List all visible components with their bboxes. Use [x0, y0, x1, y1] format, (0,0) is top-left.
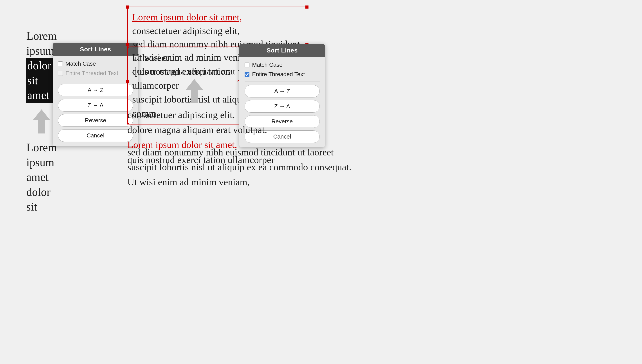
handle-ml[interactable] — [126, 43, 129, 46]
canvas: Lorem ipsum dolor sit amet Lorem ipsum a… — [0, 0, 642, 364]
az-button-right[interactable]: A → Z — [244, 85, 320, 98]
match-case-row-right[interactable]: Match Case — [244, 62, 320, 68]
after-line-1: Lorem — [26, 141, 57, 154]
entire-threaded-row-right[interactable]: Entire Threaded Text — [244, 71, 320, 78]
match-case-row-left[interactable]: Match Case — [58, 60, 133, 67]
reverse-button-left[interactable]: Reverse — [58, 114, 133, 127]
dialog-left-title: Sort Lines — [53, 43, 138, 56]
match-case-checkbox-right[interactable] — [244, 62, 250, 68]
dialog-left-body: Match Case Entire Threaded Text A → Z Z … — [53, 56, 138, 146]
dialog-right-divider — [244, 81, 320, 82]
svg-marker-0 — [33, 109, 50, 134]
after-line-3: amet — [26, 171, 48, 183]
dialog-right-title: Sort Lines — [239, 44, 325, 57]
left-arrow-down — [26, 109, 57, 134]
after-line-2: ipsum — [26, 156, 54, 168]
top-line-1-red: Lorem ipsum dolor sit amet, — [132, 12, 242, 22]
after-line-5: sit — [26, 200, 37, 213]
bottom-right-section2: sed diam nonummy nibh euismod tincidunt … — [127, 145, 351, 190]
after-text-block: Lorem ipsum amet dolor sit — [26, 140, 57, 214]
handle-tr[interactable] — [306, 6, 308, 8]
before-line-2: ipsum — [26, 44, 54, 57]
right-arrow-down — [186, 79, 203, 104]
cancel-button-left[interactable]: Cancel — [58, 129, 133, 142]
top-line-2: consectetuer adipiscing elit, — [132, 26, 240, 36]
svg-marker-2 — [186, 79, 203, 103]
before-text-block: Lorem ipsum dolor sit amet — [26, 28, 57, 103]
after-line-4: dolor — [26, 186, 50, 198]
entire-threaded-row-left: Entire Threaded Text — [58, 70, 133, 76]
after-right-line-2: dolore magna aliquam erat volutpat. — [127, 124, 267, 135]
before-line-4-highlight: sit — [26, 73, 57, 88]
sort-lines-dialog-left: Sort Lines Match Case Entire Threaded Te… — [53, 43, 138, 146]
section2-line-1: sed diam nonummy nibh euismod tincidunt … — [127, 147, 334, 158]
entire-threaded-checkbox-right[interactable] — [244, 72, 250, 77]
entire-threaded-checkbox-left — [58, 71, 63, 76]
second-line-2: quis nostrud exerci tation ullamcorper — [132, 66, 230, 91]
second-line-1: Ut wisi enim ad minim veniam, — [132, 52, 254, 63]
match-case-checkbox-left[interactable] — [58, 62, 63, 66]
az-button-left[interactable]: A → Z — [58, 84, 133, 96]
match-case-label-left: Match Case — [66, 60, 96, 67]
handle2-tl[interactable] — [127, 46, 129, 48]
before-line-3-highlight: dolor — [26, 58, 57, 73]
match-case-label-right: Match Case — [252, 62, 282, 68]
za-button-left[interactable]: Z → A — [58, 99, 133, 112]
handle-tl[interactable] — [126, 6, 129, 8]
section2-line-3: Ut wisi enim ad minim veniam, — [127, 177, 250, 188]
left-before-panel: Lorem ipsum dolor sit amet Lorem ipsum a… — [26, 28, 57, 214]
entire-threaded-label-left: Entire Threaded Text — [66, 70, 118, 76]
section2-line-2: suscipit lobortis nisl ut aliquip ex ea … — [127, 162, 351, 172]
before-line-5-highlight: amet — [26, 88, 57, 103]
after-right-line-1: consectetuer adipiscing elit, — [127, 110, 235, 120]
entire-threaded-label-right: Entire Threaded Text — [252, 71, 305, 78]
before-line-1: Lorem — [26, 30, 57, 42]
